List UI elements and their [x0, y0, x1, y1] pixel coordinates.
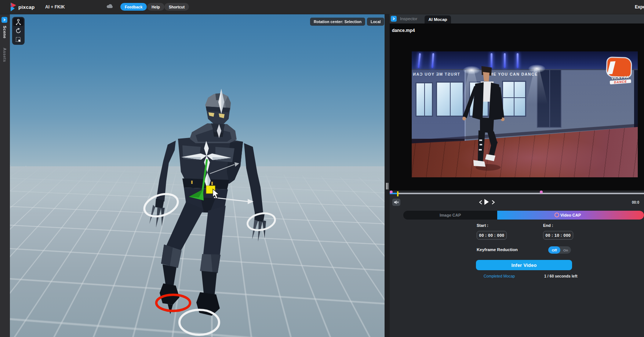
seconds-left-label: 1 / 60 seconds left: [544, 274, 577, 278]
mute-button[interactable]: [392, 199, 400, 206]
app-logo[interactable]: pixcap: [8, 2, 35, 12]
coordinate-space-button[interactable]: Local: [367, 18, 384, 26]
scale-tool-button[interactable]: [13, 36, 23, 44]
feedback-button[interactable]: Feedback: [120, 3, 147, 11]
rig-tool-icon: [15, 19, 22, 25]
panel-collapse-button[interactable]: [391, 16, 397, 22]
studio-logo: VICKY PA DANCE: [604, 57, 635, 87]
shortcut-button[interactable]: Shortcut: [164, 3, 189, 11]
export-button[interactable]: Export: [635, 4, 644, 10]
capture-mode-tabs: Image CAP Video CAP: [403, 211, 644, 220]
start-time-field[interactable]: 00 : 00 : 000: [477, 231, 507, 240]
keyframe-reduction-label: Keyframe Reduction: [477, 247, 518, 252]
tab-video-cap[interactable]: Video CAP: [497, 211, 644, 220]
infer-video-button[interactable]: Infer Video: [476, 260, 572, 270]
rotate-tool-icon: [15, 28, 22, 34]
toggle-on[interactable]: On: [560, 246, 571, 254]
project-title: AI + FKIK: [45, 4, 65, 10]
previous-frame-button[interactable]: [479, 200, 483, 204]
end-time-field[interactable]: 00 : 10 : 000: [543, 231, 573, 240]
play-button[interactable]: [484, 199, 489, 205]
top-bar: pixcap AI + FKIK Feedback Help Shortcut …: [0, 0, 644, 14]
video-filename: dance.mp4: [392, 28, 415, 33]
sidebar-tab-scene[interactable]: Scene: [3, 26, 7, 39]
scale-tool-icon: [15, 36, 22, 43]
tab-inspector[interactable]: Inspector: [400, 17, 417, 21]
panel-divider[interactable]: [385, 14, 390, 337]
rotate-tool-button[interactable]: [13, 27, 23, 35]
video-viewer: dance.mp4 TRUST ME YOU CAN: [390, 23, 644, 191]
toggle-off[interactable]: Off: [548, 246, 560, 254]
tab-image-cap[interactable]: Image CAP: [403, 211, 497, 220]
pixcap-logo-icon: [8, 2, 17, 12]
dancer: [412, 51, 638, 177]
app-root: { "topbar": { "logo_text": "pixcap", "pr…: [0, 0, 644, 337]
mode-indicator-icon: [554, 213, 559, 217]
end-label: End :: [543, 223, 553, 228]
help-button[interactable]: Help: [147, 3, 164, 11]
video-frame[interactable]: TRUST ME YOU CAN T ME YOU CAN DANCE: [412, 51, 638, 177]
timeline-marker[interactable]: [540, 191, 543, 193]
viewport-toolbar: [12, 17, 25, 45]
rotation-ring-right-foot[interactable]: [179, 310, 219, 335]
panel-tab-bar: Inspector AI Mocap: [390, 14, 644, 23]
timeline-playhead[interactable]: [397, 191, 399, 196]
viewport-3d[interactable]: Rotation center: Selection Local: [10, 14, 385, 337]
next-frame-button[interactable]: [491, 200, 495, 204]
chevron-right-icon: [392, 17, 395, 20]
timeline-track[interactable]: [390, 193, 644, 194]
start-label: Start :: [477, 223, 488, 228]
sidebar-expand-button[interactable]: [1, 17, 7, 23]
rotation-center-button[interactable]: Rotation center: Selection: [310, 18, 365, 26]
mute-icon: [394, 200, 399, 204]
left-sidebar: Scene Assets: [0, 14, 10, 337]
timeline-marker-start[interactable]: [390, 191, 393, 193]
completed-mocap-link[interactable]: Completed Mocap: [484, 274, 515, 278]
tab-ai-mocap[interactable]: AI Mocap: [425, 15, 451, 23]
character-model[interactable]: [10, 14, 385, 337]
divider-drag-handle[interactable]: [386, 183, 389, 189]
cloud-sync-icon[interactable]: [106, 4, 113, 10]
rig-tool-button[interactable]: [13, 18, 23, 26]
keyframe-reduction-toggle: Off On: [548, 246, 571, 254]
chevron-right-icon: [3, 18, 6, 21]
sidebar-tab-assets[interactable]: Assets: [3, 48, 7, 62]
timecode: 00:0: [632, 200, 639, 204]
logo-text: pixcap: [18, 4, 35, 10]
right-panel: Inspector AI Mocap dance.mp4 TRUST ME YO…: [390, 14, 644, 337]
